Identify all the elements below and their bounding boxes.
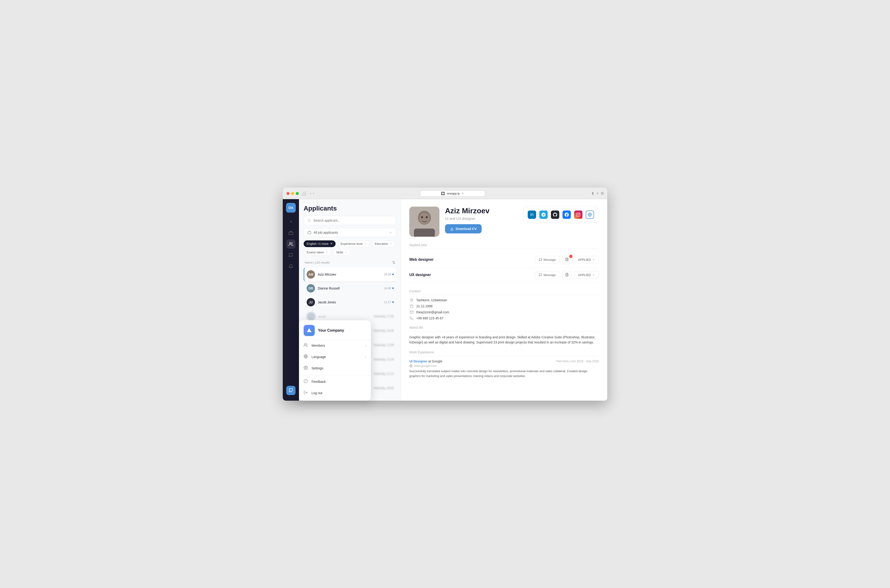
search-input[interactable] (313, 219, 392, 222)
avatar: DR (307, 284, 315, 292)
traffic-lights (286, 192, 299, 195)
contact-phone: +99 890 123 45 67 (409, 316, 599, 320)
menu-item-members[interactable]: Members › (299, 340, 371, 351)
menu-item-left: Language (304, 354, 326, 360)
message-button[interactable]: Message (535, 256, 560, 264)
menu-item-settings[interactable]: Settings (299, 363, 371, 374)
profile-role: UI and UX designer (445, 216, 517, 220)
contact-label: Contact (409, 289, 599, 295)
location-icon (409, 298, 414, 302)
job-filter-left: All job applicants (308, 231, 338, 234)
download-cv-button[interactable]: Download CV (445, 224, 482, 234)
menu-item-language[interactable]: Language › (299, 351, 371, 363)
unread-dot (392, 287, 394, 289)
menu-item-logout[interactable]: Log out (299, 387, 371, 399)
list-item[interactable]: JJ Jacob Jones 11:17 (304, 295, 396, 309)
applicant-time: Yesterday, 17:00 (373, 315, 394, 318)
app-logo[interactable]: OA (286, 203, 296, 213)
back-button[interactable]: ‹ (310, 191, 311, 195)
add-icon[interactable]: + (286, 217, 296, 226)
menu-item-feedback[interactable]: Feedback (299, 376, 371, 387)
menu-item-left: Members (304, 343, 325, 348)
maximize-button[interactable] (296, 192, 299, 195)
svg-rect-19 (410, 305, 413, 308)
work-desc: Successfully translated subject matter i… (409, 369, 599, 379)
new-tab-icon[interactable]: + (597, 191, 599, 195)
briefcase-icon[interactable] (286, 228, 296, 238)
svg-point-1 (290, 242, 291, 244)
github-icon[interactable] (551, 210, 559, 219)
address-bar: 🔲 oneapp.ly ↻ (317, 190, 588, 196)
work-period: Part-time | Oct 2019 - Sep 2020 (556, 359, 599, 363)
sort-icon[interactable]: ⇅ (392, 260, 395, 265)
message-button[interactable]: Message (535, 271, 560, 279)
search-box (304, 216, 396, 225)
url-bar[interactable]: 🔲 oneapp.ly ↻ (420, 190, 485, 196)
work-url-text: www.google.com (414, 364, 437, 368)
profile-info: Aziz Mirzoev UI and UX designer Download… (445, 207, 517, 234)
filter-remove-english[interactable]: ✕ (330, 242, 332, 245)
job-filter-label: All job applicants (314, 231, 338, 234)
results-header: Name | 125 results ⇅ (304, 258, 396, 267)
members-label: Members (311, 344, 325, 347)
company-popup: Your Company Members › Language › (299, 320, 371, 400)
svg-point-9 (421, 216, 423, 218)
filter-tag-english[interactable]: English +1 more ✕ (304, 240, 335, 247)
filter-tag-experience[interactable]: Experience level (337, 240, 370, 247)
list-item[interactable]: AM Aziz Mirzoev 16:30 (304, 267, 396, 281)
job-actions: Message ! APPLIED (535, 255, 599, 264)
work-section: Work Experience UI Designer at Google Pa… (409, 350, 599, 379)
filter-tag-education[interactable]: Education (372, 240, 395, 247)
work-title-link[interactable]: UI Designer (409, 359, 427, 363)
contact-email: theazizmir@gmail.com (409, 310, 599, 314)
work-label: Work Experience (409, 350, 599, 356)
facebook-icon[interactable] (562, 210, 571, 219)
globe-icon (409, 364, 413, 368)
linkedin-icon[interactable]: in (528, 210, 536, 219)
chevron-down-icon (389, 231, 392, 234)
forward-button[interactable]: › (313, 191, 314, 195)
work-item: UI Designer at Google Part-time | Oct 20… (409, 359, 599, 379)
reload-icon[interactable]: ↻ (462, 192, 464, 195)
language-label: Language (311, 355, 326, 359)
list-item[interactable]: DR Dianne Russell 14:40 (304, 281, 396, 295)
browser-actions: ⬆ + ⧉ (591, 191, 604, 196)
company-header: Your Company (299, 320, 371, 340)
applied-jobs-section: Appleid jobs Web designer Message ! (409, 243, 599, 283)
svg-point-18 (411, 299, 412, 300)
minimize-button[interactable] (291, 192, 294, 195)
applied-button-web[interactable]: APPLIED (574, 256, 599, 264)
job-row: UX designer Message APPLIED (409, 267, 599, 283)
contact-phone-text: +99 890 123 45 67 (416, 316, 443, 320)
company-logo (304, 325, 315, 336)
windows-icon[interactable]: ⧉ (601, 191, 604, 195)
job-filter-dropdown[interactable]: All job applicants (304, 228, 396, 237)
job-title: Web designer (409, 258, 535, 262)
instagram-icon[interactable] (574, 210, 582, 219)
svg-point-10 (426, 216, 428, 218)
filter-tag-skills[interactable]: Skills (333, 249, 350, 256)
user-avatar-bottom[interactable] (286, 386, 296, 395)
applicant-time: Yesterday, 09:55 (373, 387, 394, 390)
profile-header: Aziz Mirzoev UI and UX designer Download… (409, 207, 599, 237)
filter-tag-education-label: Education (375, 242, 388, 246)
bell-icon[interactable] (286, 262, 296, 271)
chat-icon[interactable] (286, 250, 296, 260)
users-icon[interactable] (286, 240, 296, 249)
telegram-icon[interactable] (539, 210, 548, 219)
filter-tag-exams[interactable]: Exams taken (304, 249, 331, 256)
menu-item-left: Settings (304, 366, 323, 371)
note-button-ux[interactable] (562, 271, 572, 279)
close-button[interactable] (286, 192, 290, 195)
sidebar-toggle[interactable]: ⬜ (302, 191, 306, 196)
note-button[interactable]: ! (562, 255, 572, 264)
browser-chrome: ⬜ ‹ › 🔲 oneapp.ly ↻ ⬆ + ⧉ (283, 188, 607, 199)
chevron-down-icon (345, 251, 347, 254)
chevron-down-icon (325, 251, 328, 254)
about-label: About Me (409, 326, 599, 332)
chevron-right-icon: › (365, 355, 366, 359)
share-icon[interactable]: ⬆ (591, 191, 594, 196)
globe-icon[interactable] (586, 210, 594, 219)
profile-area: Aziz Mirzoev UI and UX designer Download… (401, 199, 607, 400)
applied-button-ux[interactable]: APPLIED (574, 271, 599, 279)
